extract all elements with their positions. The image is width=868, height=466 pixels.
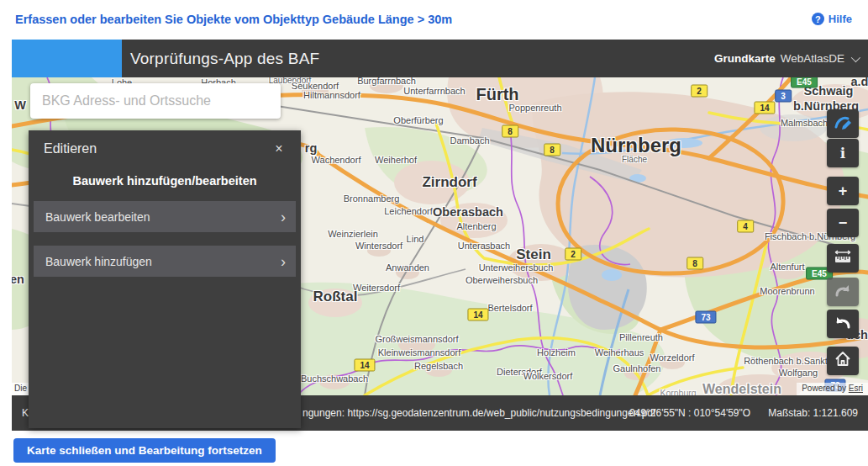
map-label: Regelsbach	[414, 361, 463, 371]
esri-link[interactable]: Esri	[849, 384, 863, 393]
page: Erfassen oder bearbeiten Sie Objekte vom…	[0, 0, 868, 466]
map-label: Wachendorf	[312, 155, 361, 165]
zoom-out-button[interactable]: −	[827, 209, 859, 237]
map-label: Weiherhaus	[595, 347, 644, 357]
map-label: Fläche	[622, 155, 647, 164]
status-coordinates: 049°26'55"N : 010°54'59"O	[629, 395, 750, 431]
road-shield: 14	[354, 359, 375, 372]
road-shield: 2	[691, 85, 708, 98]
map-label: Wendelstein	[702, 382, 781, 395]
draw-tool-icon	[833, 112, 853, 135]
map-label: Wintersdorf	[355, 241, 402, 251]
road-shield: 3	[775, 90, 792, 103]
action-bauwerk-bearbeiten[interactable]: Bauwerk bearbeiten›	[34, 201, 296, 232]
road-shield: 8	[544, 144, 560, 156]
map-label: Weitersdorf	[353, 283, 400, 293]
road-shield: E45	[791, 77, 818, 88]
map-label: Großweismannsdorf	[375, 334, 458, 344]
action-label: Bauwerk bearbeiten	[45, 210, 150, 224]
help-link[interactable]: ? Hilfe	[812, 13, 852, 25]
map-label: Malmsbach	[781, 118, 828, 128]
edit-panel: Editieren × Bauwerk hinzufügen/bearbeite…	[29, 130, 301, 428]
zoom-in-button[interactable]: +	[827, 177, 859, 205]
road-shield: 2	[565, 248, 581, 261]
home-button[interactable]	[827, 347, 859, 375]
map-label: ten	[12, 273, 24, 286]
map-label: Gaulnhofen	[613, 363, 661, 373]
map-label: Weinzierlein	[328, 229, 378, 239]
help-label: Hilfe	[829, 13, 852, 25]
map-app-window: Vorprüfungs-App des BAF Grundkarte WebAt…	[12, 40, 868, 431]
search-box	[30, 83, 281, 119]
map-label: Burgfarrnbach	[357, 77, 416, 86]
info-icon: i	[840, 145, 845, 162]
map-label: Altenfurt	[771, 262, 805, 272]
status-scale: Maßstab: 1:121.609	[768, 395, 858, 431]
edit-panel-header: Editieren ×	[29, 130, 301, 167]
map-label: W	[14, 98, 26, 112]
road-shield: 14	[467, 309, 488, 321]
instruction-text: Erfassen oder bearbeiten Sie Objekte vom…	[15, 13, 452, 26]
basemap-value: WebAtlasDE	[781, 52, 844, 65]
zoom-out-icon: −	[839, 214, 848, 232]
map-label: Lind	[407, 234, 424, 244]
undo-icon	[833, 312, 853, 336]
map-label: a.d	[851, 77, 868, 88]
redo-icon	[833, 280, 853, 304]
draw-tool-button[interactable]	[827, 109, 859, 138]
basemap-label: Grundkarte	[714, 52, 776, 65]
powered-by-text: Powered by	[802, 384, 846, 393]
chevron-right-icon: ›	[281, 254, 286, 269]
status-attribution: ngungen: https://sg.geodatenzentrum.de/w…	[302, 395, 655, 431]
map-label: rg	[305, 141, 318, 155]
map-label: Oberasbach	[433, 205, 503, 219]
close-icon[interactable]: ×	[269, 139, 289, 159]
powered-by-esri: Powered by Esri	[797, 383, 868, 395]
zoom-in-icon: +	[839, 183, 848, 200]
map-label: Holzheim	[537, 347, 576, 357]
map-label: Stein	[516, 246, 551, 263]
map-label: Leichendorf	[384, 206, 433, 216]
map-label: Altenberg	[456, 221, 496, 231]
map-label: Moorenbrunn	[760, 286, 814, 296]
map-label: Bronnamberg	[344, 193, 400, 204]
road-shield: 8	[687, 257, 703, 270]
map-label: Unterasbach	[458, 241, 510, 251]
measure-icon	[832, 246, 854, 270]
map-label: Kornburg	[660, 388, 696, 395]
app-logo-block	[12, 40, 122, 77]
map-label: Wolkersdorf	[523, 371, 572, 381]
map-label: Kleinweismannsdorf	[378, 347, 460, 357]
chevron-right-icon: ›	[281, 209, 286, 225]
chevron-down-icon	[851, 52, 860, 61]
map-label: Buchschwabach	[301, 373, 368, 384]
close-map-button[interactable]: Karte schließen und Bearbeitung fortsetz…	[13, 438, 276, 463]
measure-button[interactable]	[827, 244, 859, 273]
edit-panel-subtitle: Bauwerk hinzufügen/bearbeiten	[29, 174, 301, 188]
map-label: Hiltmannsdorf	[303, 90, 360, 100]
top-instruction-bar: Erfassen oder bearbeiten Sie Objekte vom…	[15, 12, 855, 32]
status-attribution-left: K	[22, 395, 29, 431]
map-label: Pillenreuth	[619, 332, 663, 342]
road-shield: 73	[695, 311, 716, 324]
search-input[interactable]	[30, 83, 281, 119]
map-label: Unterfarrnbach	[403, 86, 465, 96]
map-label: Anwanden	[386, 262, 429, 273]
road-shield: 4	[737, 220, 754, 233]
home-icon	[833, 349, 853, 373]
edit-panel-title: Editieren	[44, 141, 97, 156]
basemap-selector[interactable]: Grundkarte WebAtlasDE	[714, 40, 858, 77]
map-label: Bertelsdorf	[487, 303, 532, 313]
undo-button[interactable]	[827, 310, 859, 338]
map-label: Wolfgang	[779, 368, 818, 378]
map-label: Roßtal	[313, 289, 358, 305]
action-bauwerk-hinzufuegen[interactable]: Bauwerk hinzufügen›	[34, 246, 296, 277]
map-label: Oberweihersbuch	[466, 275, 538, 285]
map-label: Dambach	[450, 135, 489, 146]
info-button[interactable]: i	[827, 139, 859, 167]
road-shield: 8	[502, 125, 518, 138]
map-label: Röthenbach b.Sankt	[744, 356, 828, 366]
app-title: Vorprüfungs-App des BAF	[130, 40, 319, 77]
edit-panel-actions: Bauwerk bearbeiten›Bauwerk hinzufügen›	[29, 201, 301, 277]
help-icon: ?	[812, 13, 824, 25]
